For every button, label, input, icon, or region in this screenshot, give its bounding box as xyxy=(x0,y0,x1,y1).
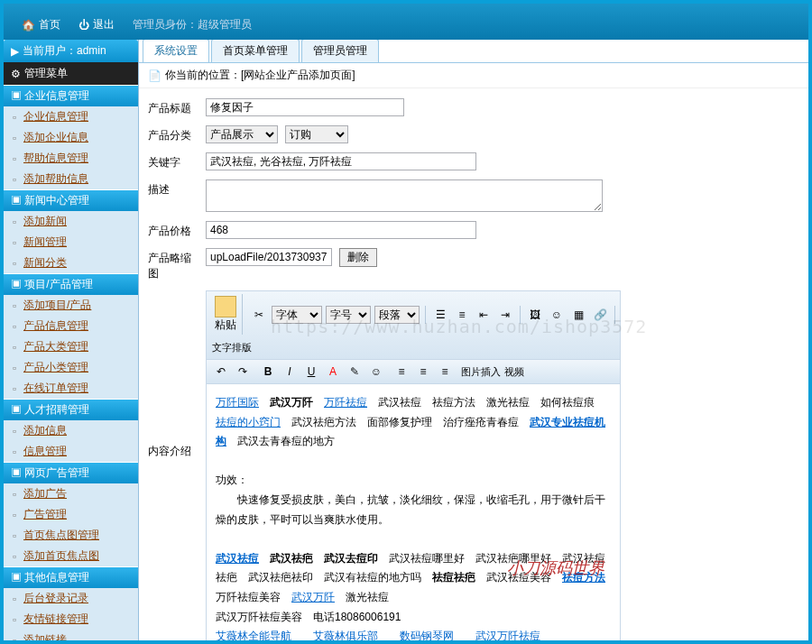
table-icon[interactable]: ▦ xyxy=(569,306,587,324)
menu-item[interactable]: 帮助信息管理 xyxy=(4,148,138,169)
menu-item[interactable]: 友情链接管理 xyxy=(4,609,138,630)
text-layout-button[interactable]: 文字排版 xyxy=(209,338,254,356)
thumb-input[interactable] xyxy=(206,248,332,266)
undo-icon[interactable]: ↶ xyxy=(212,363,230,381)
category-select[interactable]: 产品展示 xyxy=(206,125,278,143)
keywords-label: 关键字 xyxy=(148,152,198,170)
align-right-icon[interactable]: ≡ xyxy=(436,363,454,381)
menu-item[interactable]: 产品大类管理 xyxy=(4,336,138,357)
font-family-select[interactable]: 字体 xyxy=(272,306,322,324)
menu-item[interactable]: 后台登录记录 xyxy=(4,588,138,609)
menu-group-header[interactable]: ▣ 其他信息管理 xyxy=(4,566,138,588)
tab[interactable]: 管理员管理 xyxy=(301,40,379,62)
menu-group-header[interactable]: ▣ 网页广告管理 xyxy=(4,462,138,483)
content-label: 内容介绍 xyxy=(148,290,198,459)
menu-item[interactable]: 添加项目/产品 xyxy=(4,295,138,316)
menu-item[interactable]: 产品小类管理 xyxy=(4,357,138,378)
menu-item[interactable]: 信息管理 xyxy=(4,441,138,462)
underline-icon[interactable]: U xyxy=(302,363,320,381)
breadcrumb: 📄 你当前的位置：[网站企业产品添加页面] xyxy=(139,63,808,88)
menu-item[interactable]: 添加信息 xyxy=(4,420,138,441)
menu-item[interactable]: 在线订单管理 xyxy=(4,378,138,399)
exit-label: 退出 xyxy=(93,17,115,32)
exit-link[interactable]: ⏻ 退出 xyxy=(69,10,124,40)
desc-textarea[interactable] xyxy=(206,179,603,212)
menu-item[interactable]: 添加企业信息 xyxy=(4,127,138,148)
list-ul-icon[interactable]: ☰ xyxy=(431,306,449,324)
list-ol-icon[interactable]: ≡ xyxy=(453,306,471,324)
menu-item[interactable]: 新闻管理 xyxy=(4,232,138,253)
menu-item[interactable]: 添加新闻 xyxy=(4,211,138,232)
category2-select[interactable]: 订购 xyxy=(285,125,348,143)
italic-icon[interactable]: I xyxy=(281,363,299,381)
editor-toolbar-1: 粘贴 ✂ 字体 字号 段落 ☰ ≡ ⇤ ⇥ 🖼 xyxy=(207,291,620,360)
menu-group-header[interactable]: ▣ 项目/产品管理 xyxy=(4,273,138,295)
redo-icon[interactable]: ↷ xyxy=(234,363,252,381)
menu-item[interactable]: 添加广告 xyxy=(4,483,138,504)
indent-icon[interactable]: ⇥ xyxy=(496,306,514,324)
title-input[interactable] xyxy=(206,98,404,116)
main-area: 系统设置首页菜单管理管理员管理 📄 你当前的位置：[网站企业产品添加页面] 产品… xyxy=(139,40,808,640)
link-icon[interactable]: 🔗 xyxy=(591,306,609,324)
menu-group-header[interactable]: ▣ 新闻中心管理 xyxy=(4,189,138,211)
paragraph-select[interactable]: 段落 xyxy=(374,306,420,324)
image-icon[interactable]: 🖼 xyxy=(526,306,544,324)
desc-label: 描述 xyxy=(148,179,198,198)
menu-item[interactable]: 新闻分类 xyxy=(4,253,138,273)
highlight-icon[interactable]: ✎ xyxy=(346,363,364,381)
tab[interactable]: 首页菜单管理 xyxy=(211,40,300,62)
menu-group-header[interactable]: ▣ 企业信息管理 xyxy=(4,85,138,106)
menu-item[interactable]: 产品信息管理 xyxy=(4,316,138,336)
home-link[interactable]: 🏠 首页 xyxy=(13,10,69,40)
menu-item[interactable]: 首页焦点图管理 xyxy=(4,525,138,546)
keywords-input[interactable] xyxy=(206,152,476,170)
insert-image-button[interactable]: 图片插入 xyxy=(461,365,501,379)
align-left-icon[interactable]: ≡ xyxy=(392,363,411,381)
rich-editor: 粘贴 ✂ 字体 字号 段落 ☰ ≡ ⇤ ⇥ 🖼 xyxy=(206,290,621,640)
thumb-delete-button[interactable]: 删除 xyxy=(339,248,377,267)
menu-item[interactable]: 添加首页焦点图 xyxy=(4,546,138,566)
tab[interactable]: 系统设置 xyxy=(143,40,209,62)
menu-title: ⚙ 管理菜单 xyxy=(4,62,138,85)
clipboard-icon xyxy=(215,296,236,317)
font-size-select[interactable]: 字号 xyxy=(326,306,371,324)
menu-item[interactable]: 添加链接 xyxy=(4,630,138,640)
emoji-icon[interactable]: ☺ xyxy=(548,306,566,324)
menu-item[interactable]: 添加帮助信息 xyxy=(4,169,138,189)
menu-item[interactable]: 企业信息管理 xyxy=(4,106,138,127)
align-center-icon[interactable]: ≡ xyxy=(414,363,432,381)
category-label: 产品分类 xyxy=(148,125,198,143)
paste-button[interactable]: 粘贴 xyxy=(209,294,243,335)
editor-toolbar-2: ↶ ↷ B I U A ✎ ☺ ≡ ≡ ≡ xyxy=(207,360,620,384)
menu-item[interactable]: 广告管理 xyxy=(4,504,138,525)
outdent-icon[interactable]: ⇤ xyxy=(475,306,493,324)
admin-identity: 管理员身份：超级管理员 xyxy=(124,10,261,40)
tabs-bar: 系统设置首页菜单管理管理员管理 xyxy=(139,40,808,63)
home-label: 首页 xyxy=(39,17,60,32)
cut-icon[interactable]: ✂ xyxy=(250,306,268,324)
title-label: 产品标题 xyxy=(148,98,198,116)
smiley-icon[interactable]: ☺ xyxy=(367,363,385,381)
price-input[interactable] xyxy=(206,221,476,239)
editor-body[interactable]: 万阡国际 武汉万阡 万阡祛痘 武汉祛痘 祛痘方法 激光祛痘 如何祛痘痕 祛痘的小… xyxy=(207,384,620,640)
topbar: 🏠 首页 ⏻ 退出 管理员身份：超级管理员 xyxy=(4,4,808,40)
sidebar: ▶ 当前用户：admin ⚙ 管理菜单 ▣ 企业信息管理企业信息管理添加企业信息… xyxy=(4,40,139,640)
thumb-label: 产品略缩图 xyxy=(148,248,198,281)
font-color-icon[interactable]: A xyxy=(324,363,342,381)
current-user: ▶ 当前用户：admin xyxy=(4,40,138,62)
price-label: 产品价格 xyxy=(148,221,198,239)
bold-icon[interactable]: B xyxy=(259,363,277,381)
insert-video-button[interactable]: 视频 xyxy=(504,365,524,379)
menu-group-header[interactable]: ▣ 人才招聘管理 xyxy=(4,399,138,420)
